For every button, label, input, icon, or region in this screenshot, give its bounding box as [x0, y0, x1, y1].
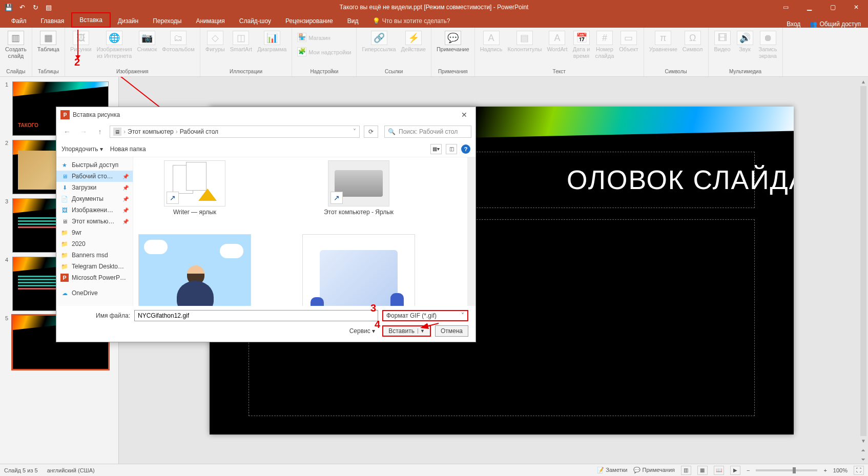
tell-me[interactable]: 💡 Что вы хотите сделать?	[365, 14, 457, 28]
screenshot-button[interactable]: 📷Снимок	[135, 30, 159, 54]
store-button[interactable]: 🏪Магазин	[295, 32, 332, 44]
tab-file[interactable]: Файл	[4, 14, 34, 28]
next-slide-icon[interactable]: ⏷	[861, 454, 866, 464]
minimize-icon[interactable]: ▁	[797, 0, 821, 14]
nav-folder-9wr[interactable]: 📁9wr	[56, 227, 133, 238]
symbol-button[interactable]: ΩСимвол	[680, 30, 705, 54]
tab-design[interactable]: Дизайн	[111, 14, 146, 28]
zoom-out-icon[interactable]: −	[747, 467, 750, 473]
audio-button[interactable]: 🔊Звук	[734, 30, 756, 54]
slidenum-button[interactable]: #Номер слайда	[593, 30, 616, 60]
slideshow-view-icon[interactable]: ▶	[730, 466, 740, 475]
textbox-button[interactable]: AНадпись	[478, 30, 505, 54]
tab-animation[interactable]: Анимация	[189, 14, 232, 28]
forward-icon[interactable]: →	[77, 126, 90, 138]
tab-slideshow[interactable]: Слайд-шоу	[232, 14, 278, 28]
file-gif1[interactable]: NYCGifathon12.gif	[138, 234, 251, 306]
prev-slide-icon[interactable]: ⏶	[861, 445, 866, 454]
nav-folder-banners[interactable]: 📁Banners msd	[56, 250, 133, 261]
share-button[interactable]: 👥Общий доступ	[810, 20, 861, 28]
file-thispc-shortcut[interactable]: Этот компьютер - Ярлык	[302, 160, 415, 216]
filename-label: Имя файла:	[64, 312, 130, 319]
ribbon-tabs: Файл Главная Вставка Дизайн Переходы Ани…	[0, 14, 868, 28]
cancel-button[interactable]: Отмена	[435, 325, 468, 337]
fit-window-icon[interactable]: ⛶	[854, 466, 864, 475]
nav-quick-access[interactable]: ★Быстрый доступ	[56, 159, 133, 171]
comment-button[interactable]: 💬Примечание	[435, 30, 471, 54]
photo-album-label: Фотоальбом	[162, 46, 195, 53]
crumb-desktop[interactable]: Рабочий стол	[180, 128, 218, 135]
maximize-icon[interactable]: ▢	[821, 0, 844, 14]
scroll-down-icon[interactable]: ▼	[861, 436, 866, 445]
object-button[interactable]: ▭Объект	[617, 30, 640, 54]
close-icon[interactable]: ✕	[844, 0, 868, 14]
redo-icon[interactable]: ↻	[30, 2, 41, 13]
filetype-dropdown[interactable]: Формат GIF (*.gif)	[382, 310, 468, 321]
dialog-close-icon[interactable]: ✕	[457, 110, 471, 120]
crumb-pc[interactable]: Этот компьютер	[128, 128, 174, 135]
nav-desktop[interactable]: 🖥Рабочий сто…📌	[56, 171, 133, 182]
file-gif2[interactable]: анализ.gif	[302, 234, 415, 306]
tools-dropdown[interactable]: Сервис ▾	[349, 327, 375, 335]
table-button[interactable]: ▦Таблица	[35, 30, 61, 54]
myaddins-button[interactable]: 🧩Мои надстройки	[295, 46, 353, 58]
scroll-up-icon[interactable]: ▲	[861, 77, 866, 86]
up-icon[interactable]: ↑	[93, 126, 107, 138]
breadcrumb[interactable]: 🖥 › Этот компьютер › Рабочий стол ˅	[110, 126, 360, 138]
vertical-scrollbar[interactable]: ▲ ▼ ⏶ ⏷	[859, 77, 868, 464]
preview-pane-icon[interactable]: ◫	[446, 144, 457, 154]
smartart-button[interactable]: ◫SmartArt	[228, 30, 254, 54]
refresh-icon[interactable]: ⟳	[364, 126, 378, 138]
nav-folder-2020[interactable]: 📁2020	[56, 238, 133, 250]
nav-downloads[interactable]: ⬇Загрузки📌	[56, 182, 133, 193]
tab-transitions[interactable]: Переходы	[146, 14, 189, 28]
tab-home[interactable]: Главная	[34, 14, 72, 28]
start-from-beginning-icon[interactable]: ▧	[43, 2, 54, 13]
signin-link[interactable]: Вход	[787, 20, 800, 28]
equation-button[interactable]: πУравнение	[647, 30, 679, 54]
screen-recording-button[interactable]: ⏺Запись экрана	[757, 30, 779, 60]
normal-view-icon[interactable]: ▥	[681, 466, 691, 475]
zoom-slider[interactable]	[756, 469, 817, 471]
search-input[interactable]: 🔍Поиск: Рабочий стол	[384, 126, 471, 138]
wordart-button[interactable]: AWordArt	[545, 30, 569, 54]
headerfooter-button[interactable]: ▤Колонтитулы	[505, 30, 544, 54]
tab-view[interactable]: Вид	[340, 14, 366, 28]
nav-ms-powerpoint[interactable]: PMicrosoft PowerP…	[56, 272, 133, 283]
zoom-in-icon[interactable]: +	[823, 467, 826, 473]
notes-toggle[interactable]: 📝 Заметки	[597, 467, 627, 473]
reading-view-icon[interactable]: 📖	[714, 466, 724, 475]
pictures-button[interactable]: 🖼Рисунки	[68, 30, 94, 54]
sorter-view-icon[interactable]: ▦	[697, 466, 708, 475]
zoom-level[interactable]: 100%	[833, 467, 848, 473]
back-icon[interactable]: ←	[60, 126, 74, 138]
crumb-dropdown-icon[interactable]: ˅	[353, 128, 356, 135]
chart-button[interactable]: 📊Диаграмма	[255, 30, 288, 54]
video-button[interactable]: 🎞Видео	[712, 30, 733, 54]
language[interactable]: английский (США)	[47, 467, 95, 473]
filename-input[interactable]	[134, 310, 378, 321]
nav-thispc[interactable]: 🖥Этот компью…📌	[56, 216, 133, 227]
ribbon-options-icon[interactable]: ▭	[774, 0, 797, 14]
help-icon[interactable]: ?	[461, 144, 470, 154]
datetime-button[interactable]: 📅Дата и время	[571, 30, 592, 60]
tab-insert[interactable]: Вставка	[71, 12, 111, 28]
nav-folder-telegram[interactable]: 📁Telegram Deskto…	[56, 261, 133, 272]
comments-toggle[interactable]: 💬 Примечания	[633, 467, 675, 473]
nav-documents[interactable]: 📄Документы📌	[56, 193, 133, 204]
hyperlink-button[interactable]: 🔗Гиперссылка	[360, 30, 398, 54]
newfolder-button[interactable]: Новая папка	[110, 146, 146, 153]
photo-album-button[interactable]: 🗂Фотоальбом	[160, 30, 197, 54]
save-icon[interactable]: 💾	[3, 2, 14, 13]
shapes-button[interactable]: ◇Фигуры	[203, 30, 227, 54]
view-mode-icon[interactable]: ▦▾	[430, 144, 442, 154]
undo-icon[interactable]: ↶	[16, 2, 28, 13]
organize-button[interactable]: Упорядочить ▾	[61, 146, 103, 153]
file-writer-shortcut[interactable]: Writer — ярлык	[138, 160, 251, 216]
nav-onedrive[interactable]: ☁OneDrive	[56, 287, 133, 299]
new-slide-button[interactable]: ▥Создать слайд	[3, 30, 29, 60]
online-pictures-button[interactable]: 🌐Изображения из Интернета	[94, 30, 134, 60]
tab-review[interactable]: Рецензирование	[278, 14, 340, 28]
nav-images[interactable]: 🖼Изображени…📌	[56, 204, 133, 216]
action-button[interactable]: ⚡Действие	[399, 30, 428, 54]
